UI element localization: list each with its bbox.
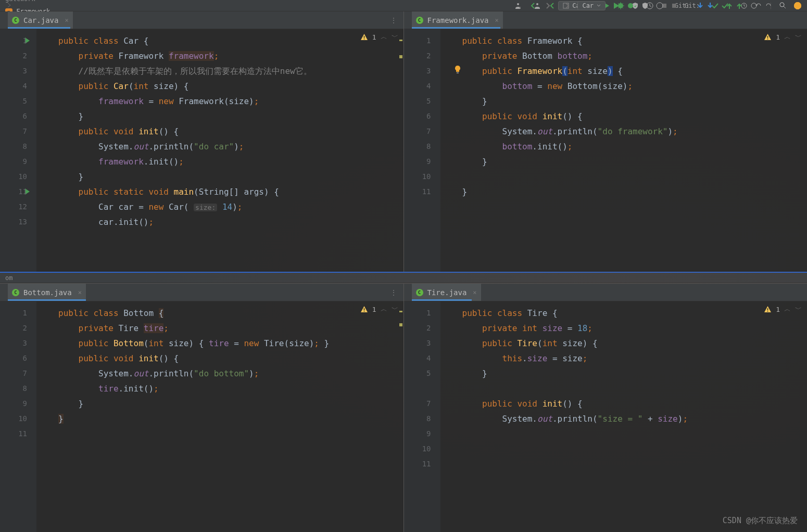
git-push-icon[interactable]	[735, 2, 743, 10]
code-line[interactable]: public class Car {	[58, 33, 404, 48]
line-number[interactable]: 11	[0, 426, 27, 441]
git-pull-icon[interactable]	[706, 2, 714, 10]
code-line[interactable]	[58, 426, 404, 441]
close-icon[interactable]: ×	[495, 17, 499, 24]
line-number[interactable]: 2	[404, 48, 431, 64]
tab-car[interactable]: C Car.java ×	[8, 11, 73, 29]
chevron-up-icon[interactable]: ︿	[784, 32, 791, 42]
line-number[interactable]: 11	[404, 457, 431, 472]
line-number[interactable]: 4	[0, 79, 27, 94]
code-line[interactable]: public void init() {	[58, 124, 404, 139]
code-line[interactable]: public class Bottom {	[58, 306, 404, 321]
close-icon[interactable]: ×	[473, 289, 476, 296]
code-line[interactable]: System.out.println("do bottom");	[58, 366, 404, 381]
line-number[interactable]: 3	[404, 336, 431, 351]
chevron-down-icon[interactable]: ﹀	[795, 32, 802, 42]
line-number[interactable]: 7	[404, 124, 431, 139]
line-number[interactable]: 3	[0, 64, 27, 79]
code-line[interactable]: }	[462, 154, 808, 169]
chevron-down-icon[interactable]: ﹀	[392, 305, 398, 314]
line-number[interactable]: 1	[0, 306, 27, 321]
code-line[interactable]: public class Framework {	[462, 33, 808, 48]
breadcrumb-seg[interactable]: gatework	[5, 0, 35, 3]
code-line[interactable]: tire.init();	[58, 381, 404, 396]
code-line[interactable]: private Framework framework;	[58, 48, 404, 64]
line-number[interactable]: 11	[0, 184, 27, 199]
code-line[interactable]: bottom.init();	[462, 139, 808, 154]
inspection-widget[interactable]: 1 ︿ ﹀	[360, 305, 398, 314]
users-icon[interactable]	[534, 2, 542, 10]
line-number[interactable]: 8	[404, 139, 431, 154]
line-number[interactable]: 7	[0, 124, 27, 139]
line-number[interactable]: 6	[0, 109, 27, 124]
line-number[interactable]: 3	[0, 336, 27, 351]
stop-icon[interactable]	[670, 2, 678, 10]
code-line[interactable]: }	[58, 169, 404, 184]
line-number[interactable]: 11	[404, 184, 431, 199]
line-number[interactable]: 13	[0, 214, 27, 230]
line-number[interactable]: 8	[404, 411, 431, 426]
code-line[interactable]	[462, 457, 808, 472]
avatar-icon[interactable]	[793, 2, 802, 10]
line-number[interactable]: 9	[0, 396, 27, 411]
line-number[interactable]: 8	[0, 139, 27, 154]
tab-bottom[interactable]: C Bottom.java ×	[8, 284, 86, 301]
line-number[interactable]: 9	[0, 154, 27, 169]
users-icon[interactable]	[514, 2, 523, 10]
line-number[interactable]: 2	[404, 321, 431, 336]
git-commit-icon[interactable]	[721, 2, 729, 10]
line-number[interactable]: 5	[0, 94, 27, 109]
code-line[interactable]: System.out.println("size = " + size);	[462, 411, 808, 426]
line-number[interactable]: 10	[404, 441, 431, 457]
line-number[interactable]: 10	[404, 169, 431, 184]
line-number[interactable]: 2	[0, 321, 27, 336]
code-line[interactable]: private int size = 18;	[462, 321, 808, 336]
more-icon[interactable]: ⋮	[390, 16, 397, 24]
editor-tire[interactable]: 123457891011public class Tire { private …	[404, 301, 808, 532]
code-line[interactable]: bottom = new Bottom(size);	[462, 79, 808, 94]
chevron-up-icon[interactable]: ︿	[381, 305, 387, 314]
line-number[interactable]: 4	[404, 351, 431, 366]
code-line[interactable]: //既然车是依赖于车架的，所以我们需要在构造方法中new它。	[58, 64, 404, 79]
code-line[interactable]: public Bottom(int size) { tire = new Tir…	[58, 336, 404, 351]
search-icon[interactable]	[779, 2, 787, 10]
code-line[interactable]: System.out.println("do car");	[58, 139, 404, 154]
chevron-down-icon[interactable]: ﹀	[795, 305, 802, 314]
more-icon[interactable]: ⋮	[390, 288, 397, 297]
code-line[interactable]: }	[58, 396, 404, 411]
code-line[interactable]: public Framework(int size) {	[462, 64, 808, 79]
code-line[interactable]: car.init();	[58, 214, 404, 230]
code-line[interactable]: public static void main(String[] args) {	[58, 184, 404, 199]
code-line[interactable]: framework.init();	[58, 154, 404, 169]
line-number[interactable]: 1	[404, 306, 431, 321]
line-number[interactable]: 9	[404, 154, 431, 169]
code-line[interactable]: public Tire(int size) {	[462, 336, 808, 351]
inspection-widget[interactable]: 1 ︿ ﹀	[764, 305, 802, 314]
editor-car[interactable]: 12345678910111213public class Car { priv…	[0, 29, 404, 272]
code-line[interactable]	[462, 381, 808, 396]
code-line[interactable]: System.out.println("do framework");	[462, 124, 808, 139]
tab-tire[interactable]: C Tire.java ×	[412, 284, 481, 301]
close-icon[interactable]: ×	[78, 289, 82, 296]
line-number[interactable]: 4	[404, 79, 431, 94]
code-line[interactable]: private Bottom bottom;	[462, 48, 808, 64]
code-line[interactable]: this.size = size;	[462, 351, 808, 366]
line-number[interactable]: 8	[0, 381, 27, 396]
code-line[interactable]: }	[462, 184, 808, 199]
coverage-icon[interactable]	[641, 2, 649, 10]
inspection-widget[interactable]: 1 ︿ ﹀	[764, 32, 802, 42]
code-line[interactable]: private Tire tire;	[58, 321, 404, 336]
line-number[interactable]: 2	[0, 48, 27, 64]
breadcrumb-seg[interactable]: om	[5, 274, 12, 282]
chevron-up-icon[interactable]: ︿	[784, 305, 791, 314]
line-number[interactable]: 5	[404, 366, 431, 381]
profile-icon[interactable]	[655, 2, 664, 10]
line-number[interactable]	[404, 381, 431, 396]
code-line[interactable]: public Car(int size) {	[58, 79, 404, 94]
line-number[interactable]: 6	[0, 351, 27, 366]
run-icon[interactable]	[612, 2, 620, 10]
back-icon[interactable]	[548, 2, 557, 10]
line-number[interactable]: 9	[404, 426, 431, 441]
tab-framework[interactable]: C Framework.java ×	[412, 11, 503, 29]
line-number[interactable]: 10	[0, 169, 27, 184]
